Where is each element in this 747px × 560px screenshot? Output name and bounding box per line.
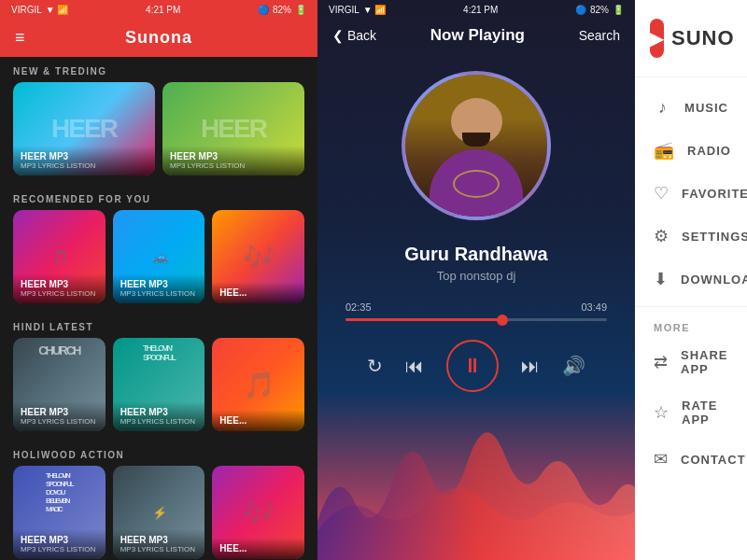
sidebar-item-label: FAVORITES: [682, 187, 747, 201]
waveform-visual: [317, 406, 635, 560]
sidebar-item-label: SETTINGS: [682, 230, 747, 244]
list-item[interactable]: 🚗 HEER MP3 MP3 LYRICS LISTION: [113, 210, 205, 303]
sidebar-item-rate[interactable]: ☆ RATE APP: [635, 387, 747, 438]
settings-icon: ⚙: [654, 226, 669, 246]
sidebar-item-label: RATE APP: [682, 399, 728, 427]
time-current: 02:35: [345, 301, 372, 313]
list-item[interactable]: CHURCH HEER MP3 MP3 LYRICS LISTION: [13, 338, 106, 431]
sidebar-item-share[interactable]: ⇄ SHARE APP: [635, 337, 747, 387]
track-name: Guru Randhawa: [336, 244, 616, 265]
progress-container: 02:35 03:49: [317, 287, 635, 326]
waveform-svg: [317, 406, 635, 560]
playback-controls: ↻ ⏮ ⏸ ⏭ 🔊: [317, 326, 635, 406]
app-title-left: Sunona: [125, 28, 192, 48]
time-total: 03:49: [581, 301, 607, 313]
nav-divider: [635, 306, 747, 307]
list-item[interactable]: 🎶 HEE...: [212, 210, 304, 303]
sidebar-item-contact[interactable]: ✉ CONTACT: [635, 438, 747, 481]
track-artist: Top nonstop dj: [336, 269, 616, 283]
radio-icon: 📻: [654, 140, 674, 161]
list-item[interactable]: THE LOVIN'SPOONFUL HEER MP3 MP3 LYRICS L…: [113, 338, 205, 431]
logo-icon: ▶: [650, 19, 664, 58]
status-bar-left: VIRGIL ▼ 📶 4:21 PM 🔵 82% 🔋: [0, 0, 317, 19]
search-button[interactable]: Search: [579, 28, 620, 43]
sidebar-item-label: DOWNLOAD: [681, 273, 747, 287]
menu-button[interactable]: ≡: [15, 28, 25, 48]
pause-button[interactable]: ⏸: [446, 340, 499, 392]
sidebar-item-download[interactable]: ⬇ DOWNLOAD: [635, 258, 747, 301]
share-icon: ⇄: [654, 352, 668, 372]
list-item[interactable]: 🎵 HEER MP3 MP3 LYRICS LISTION: [13, 210, 106, 303]
section-hindi-latest: HINDI LATEST CHURCH HEER MP3 MP3 LYRICS …: [0, 313, 317, 441]
list-item[interactable]: ⚡ HEER MP3 MP3 LYRICS LISTION: [113, 466, 205, 559]
status-bar-right: VIRGIL ▼ 📶 4:21 PM 🔵 82% 🔋: [317, 0, 635, 19]
sidebar-item-label: RADIO: [687, 144, 731, 158]
download-icon: ⬇: [654, 269, 668, 289]
logo-text: SUNO: [671, 26, 735, 50]
section-hollywood: HOLIWOOD ACTION THE LOVIN'SPOONFULDO YOU…: [0, 441, 317, 560]
section-title-new-trending: NEW & TREDING: [0, 57, 317, 82]
section-title-hollywood: HOLIWOOD ACTION: [0, 441, 317, 466]
phone-right: VIRGIL ▼ 📶 4:21 PM 🔵 82% 🔋 ❮ Back Now Pl…: [317, 0, 635, 560]
list-item[interactable]: HEER HEER MP3 MP3 LYRICS LISTION: [162, 82, 304, 175]
progress-bar[interactable]: [345, 318, 607, 321]
album-art-container: [317, 52, 635, 230]
cards-row-hollywood: THE LOVIN'SPOONFULDO YOUBELIEVE INMAGIC …: [0, 466, 317, 560]
cards-row-hindi: CHURCH HEER MP3 MP3 LYRICS LISTION THE L…: [0, 338, 317, 441]
sidebar-item-settings[interactable]: ⚙ SETTINGS: [635, 215, 747, 258]
app-header-left: ≡ Sunona: [0, 19, 317, 57]
phone-left: VIRGIL ▼ 📶 4:21 PM 🔵 82% 🔋 ≡ Sunona NEW …: [0, 0, 317, 560]
sidebar-item-label: CONTACT: [681, 453, 746, 467]
list-item[interactable]: HEER HEER MP3 MP3 LYRICS LISTION: [13, 82, 155, 175]
section-recommended: RECOMENDED FOR YOU 🎵 HEER MP3 MP3 LYRICS…: [0, 185, 317, 313]
sidebar-item-favorites[interactable]: ♡ FAVORITES: [635, 172, 747, 215]
section-new-trending: NEW & TREDING HEER HEER MP3 MP3 LYRICS L…: [0, 57, 317, 185]
next-button[interactable]: ⏭: [521, 356, 540, 377]
cards-row-new-trending: HEER HEER MP3 MP3 LYRICS LISTION HEER HE…: [0, 82, 317, 185]
repeat-button[interactable]: ↻: [367, 355, 383, 377]
progress-thumb[interactable]: [497, 315, 508, 326]
progress-times: 02:35 03:49: [345, 301, 607, 313]
sidebar-item-radio[interactable]: 📻 RADIO: [635, 129, 747, 172]
heart-icon: ♡: [654, 183, 669, 203]
track-info: Guru Randhawa Top nonstop dj: [317, 230, 635, 287]
list-item[interactable]: 🎶 HEE...: [212, 466, 304, 559]
album-art: [402, 71, 551, 220]
cards-row-recommended: 🎵 HEER MP3 MP3 LYRICS LISTION 🚗 HEER MP3…: [0, 210, 317, 313]
music-icon: ♪: [654, 98, 671, 118]
sidebar-item-label: SHARE APP: [681, 348, 728, 376]
music-list-content: NEW & TREDING HEER HEER MP3 MP3 LYRICS L…: [0, 57, 317, 560]
sidebar-logo: ▶ SUNO: [635, 0, 747, 77]
star-icon: ☆: [654, 402, 669, 423]
section-title-recommended: RECOMENDED FOR YOU: [0, 185, 317, 210]
back-button[interactable]: ❮ Back: [332, 28, 376, 43]
status-carrier-left: VIRGIL ▼ 📶: [11, 5, 68, 15]
sidebar-nav: ♪ MUSIC 📻 RADIO ♡ FAVORITES ⚙ SETTINGS ⬇…: [635, 77, 747, 560]
sidebar-item-label: MUSIC: [684, 101, 728, 115]
artist-avatar: [451, 98, 502, 145]
list-item[interactable]: 🎵 HEE...: [212, 338, 304, 431]
mail-icon: ✉: [654, 449, 668, 469]
previous-button[interactable]: ⏮: [405, 356, 424, 377]
volume-button[interactable]: 🔊: [562, 355, 585, 377]
now-playing-title: Now Playing: [430, 26, 525, 45]
section-title-hindi: HINDI LATEST: [0, 313, 317, 338]
now-playing-header: ❮ Back Now Playing Search: [317, 19, 635, 52]
sidebar-item-music[interactable]: ♪ MUSIC: [635, 87, 747, 129]
progress-fill: [345, 318, 502, 321]
list-item[interactable]: THE LOVIN'SPOONFULDO YOUBELIEVE INMAGIC …: [13, 466, 106, 559]
more-section-label: MORE: [635, 313, 747, 337]
sidebar: ▶ SUNO ♪ MUSIC 📻 RADIO ♡ FAVORITES ⚙ SET…: [635, 0, 747, 560]
